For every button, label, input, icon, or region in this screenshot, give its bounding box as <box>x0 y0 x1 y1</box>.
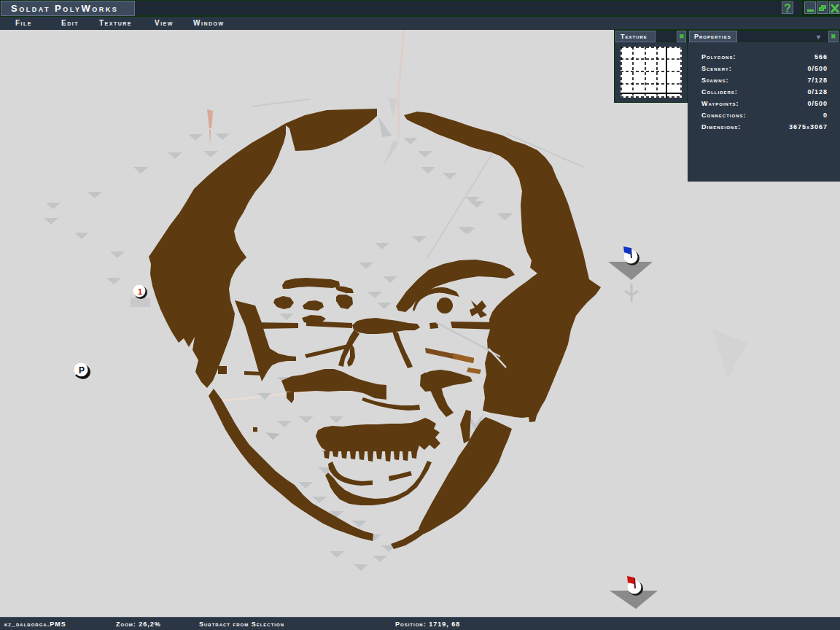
svg-text:1: 1 <box>138 287 142 296</box>
svg-text:P: P <box>79 365 85 376</box>
